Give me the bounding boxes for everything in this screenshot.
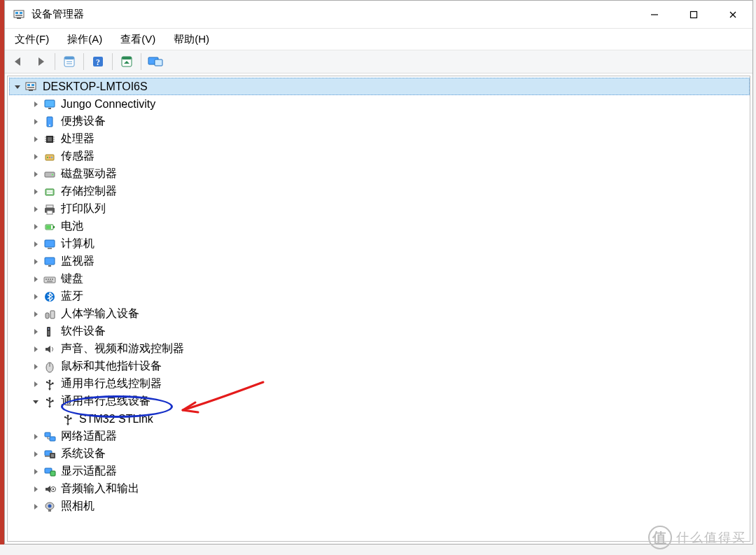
printer-icon — [43, 202, 57, 216]
tree-twisty[interactable] — [30, 186, 41, 197]
tree-category-node[interactable]: 计算机 — [27, 235, 750, 253]
toolbar-separator — [83, 53, 84, 70]
tree-twisty[interactable] — [30, 501, 41, 512]
scan-hardware-button[interactable] — [116, 52, 137, 71]
help-button[interactable]: ? — [88, 52, 108, 71]
tree-twisty[interactable] — [30, 396, 41, 407]
tree-node-label: 音频输入和输出 — [61, 482, 139, 496]
tree-twisty[interactable] — [30, 361, 41, 372]
mouse-icon — [43, 360, 57, 374]
tree-twisty[interactable] — [30, 151, 41, 162]
tree-twisty[interactable] — [30, 274, 41, 285]
tree-node-label: 监视器 — [61, 254, 94, 269]
tree-category-node[interactable]: 软件设备 — [27, 323, 750, 340]
tree-twisty[interactable] — [30, 379, 41, 390]
camera-icon — [43, 500, 57, 514]
tree-twisty[interactable] — [30, 326, 41, 337]
tree-category-node[interactable]: 音频输入和输出 — [27, 480, 750, 498]
tree-category-node[interactable]: 网络适配器 — [27, 428, 750, 445]
tree-twisty[interactable] — [30, 134, 41, 145]
tree-device-node[interactable]: STM32 STLink — [46, 410, 750, 428]
tree-category-node[interactable]: 系统设备 — [27, 445, 750, 463]
tree-category-node[interactable]: 键盘 — [27, 270, 750, 288]
tree-twisty[interactable] — [30, 221, 41, 232]
tree-category-node[interactable]: 电池 — [27, 218, 750, 235]
monitor-blue-icon — [43, 97, 57, 111]
svg-rect-4 — [17, 17, 21, 19]
tree-root-node[interactable]: DESKTOP-LMTOI6S — [9, 78, 750, 95]
tree-twisty[interactable] — [12, 81, 23, 92]
tree-node-label: 电池 — [61, 219, 83, 234]
battery-icon — [43, 220, 57, 234]
svg-rect-16 — [122, 57, 132, 59]
sensor-icon — [43, 150, 57, 164]
nav-forward-button[interactable] — [30, 52, 51, 71]
tree-category-node[interactable]: 存储控制器 — [27, 183, 750, 200]
usb-icon — [43, 395, 57, 409]
tree-twisty[interactable] — [30, 239, 41, 250]
watermark-text: 什么值得买 — [676, 529, 746, 546]
tree-category-node[interactable]: 打印队列 — [27, 200, 750, 218]
menu-help[interactable]: 帮助(H) — [167, 30, 216, 49]
tree-category-node[interactable]: 蓝牙 — [27, 288, 750, 305]
usb-icon — [43, 377, 57, 391]
tree-category-node[interactable]: Jungo Connectivity — [27, 95, 750, 113]
tree-node-label: Jungo Connectivity — [61, 98, 155, 111]
watermark-icon: 值 — [648, 526, 672, 549]
tree-twisty[interactable] — [30, 309, 41, 320]
device-portable-icon — [43, 115, 57, 129]
tree-twisty[interactable] — [30, 256, 41, 267]
tree-twisty[interactable] — [30, 116, 41, 127]
tree-node-label: 蓝牙 — [61, 289, 83, 304]
tree-category-node[interactable]: 磁盘驱动器 — [27, 165, 750, 183]
tree-node-label: 打印队列 — [61, 202, 106, 216]
sound-icon — [43, 342, 57, 356]
tree-twisty[interactable] — [30, 484, 41, 495]
tree-category-node[interactable]: 通用串行总线设备 — [27, 393, 750, 410]
tree-category-node[interactable]: 照相机 — [27, 498, 750, 515]
tree-twisty[interactable] — [30, 466, 41, 477]
tree-twisty[interactable] — [30, 291, 41, 302]
svg-rect-1 — [15, 12, 18, 14]
tree-category-node[interactable]: 传感器 — [27, 148, 750, 165]
tree-category-node[interactable]: 人体学输入设备 — [27, 305, 750, 323]
watermark: 值 什么值得买 — [648, 526, 746, 549]
audio-io-icon — [43, 482, 57, 496]
software-icon — [43, 325, 57, 339]
device-tree-pane[interactable]: DESKTOP-LMTOI6SJungo Connectivity便携设备处理器… — [7, 76, 750, 542]
tree-twisty[interactable] — [30, 344, 41, 355]
maximize-button[interactable] — [674, 1, 713, 29]
tree-node-label: 传感器 — [61, 149, 94, 164]
tree-category-node[interactable]: 通用串行总线控制器 — [27, 375, 750, 393]
minimize-button[interactable] — [635, 1, 674, 29]
tree-twisty[interactable] — [30, 99, 41, 110]
title-bar: 设备管理器 — [5, 1, 752, 29]
tree-category-node[interactable]: 显示适配器 — [27, 463, 750, 480]
tree-category-node[interactable]: 处理器 — [27, 130, 750, 148]
tree-category-node[interactable]: 声音、视频和游戏控制器 — [27, 340, 750, 358]
computer-icon — [24, 80, 38, 94]
tree-twisty[interactable] — [30, 431, 41, 442]
properties-button[interactable] — [59, 52, 80, 71]
toolbar-separator — [55, 53, 55, 70]
menu-view[interactable]: 查看(V) — [113, 30, 162, 49]
toolbar: ? — [5, 50, 752, 73]
menu-file[interactable]: 文件(F) — [8, 30, 56, 49]
svg-rect-2 — [20, 12, 22, 14]
tree-twisty[interactable] — [30, 449, 41, 460]
tree-category-node[interactable]: 便携设备 — [27, 113, 750, 130]
tree-node-label: 软件设备 — [61, 324, 106, 339]
close-button[interactable] — [713, 1, 752, 29]
menu-action[interactable]: 操作(A) — [60, 30, 109, 49]
tree-category-node[interactable]: 监视器 — [27, 253, 750, 270]
network-icon — [43, 430, 57, 444]
system-icon — [43, 447, 57, 461]
tree-twisty[interactable] — [30, 204, 41, 215]
app-icon — [12, 8, 26, 22]
usb-icon — [61, 412, 75, 426]
tree-twisty[interactable] — [30, 169, 41, 180]
tree-category-node[interactable]: 鼠标和其他指针设备 — [27, 358, 750, 375]
tree-node-label: 处理器 — [61, 132, 94, 146]
remote-connect-button[interactable] — [145, 52, 166, 71]
nav-back-button[interactable] — [8, 52, 29, 71]
